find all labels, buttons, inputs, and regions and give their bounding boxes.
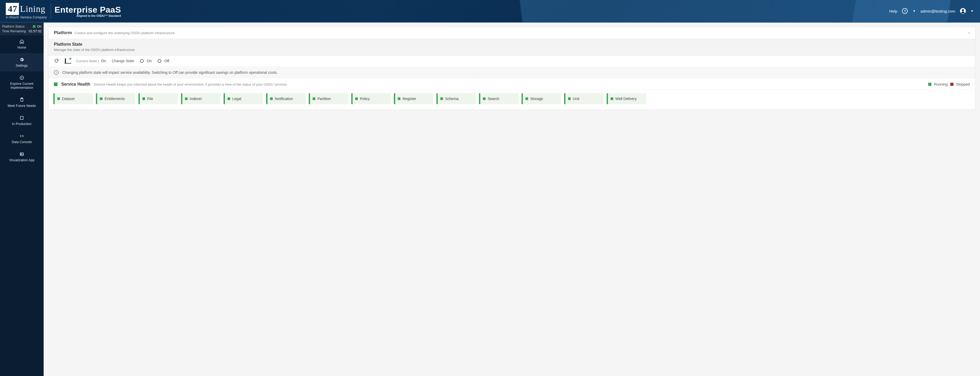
user-dropdown-icon[interactable]: ▼ xyxy=(970,9,974,13)
legend-stopped-label: Stopped xyxy=(956,82,970,86)
logo-subtitle: A Hitachi Vantara Company xyxy=(6,16,47,19)
sidebar-item-visualization[interactable]: Visualization App xyxy=(0,148,44,166)
service-card[interactable]: Notification xyxy=(266,93,305,104)
sidebar-item-label: Explore Current Implementation xyxy=(2,82,42,90)
header-right: Help ? ▼ admin@testing.com ▼ xyxy=(889,8,980,14)
current-state-label: Current State | xyxy=(76,59,99,63)
refresh-icon[interactable] xyxy=(54,58,59,63)
panel-header: Platform Control and configure the under… xyxy=(49,27,975,39)
state-radio-off[interactable]: Off xyxy=(158,59,169,63)
service-name: Indexer xyxy=(190,97,202,101)
service-health-legend: Running Stopped xyxy=(928,82,970,86)
service-name: Partition xyxy=(317,97,331,101)
svg-rect-2 xyxy=(21,98,22,99)
service-card[interactable]: Search xyxy=(479,93,519,104)
info-text-suffix: can provide significant savings on platf… xyxy=(178,70,277,75)
service-health-indicator-icon xyxy=(54,82,57,86)
app-header: 47 Lining A Hitachi Vantara Company Ente… xyxy=(0,0,980,22)
service-health-desc: Service Health keeps you informed about … xyxy=(94,82,924,86)
current-state-value: On xyxy=(101,59,106,63)
platform-status-indicator-icon xyxy=(33,25,35,28)
sidebar-item-production[interactable]: In Production xyxy=(0,112,44,130)
service-card[interactable]: Entitlements xyxy=(96,93,135,104)
service-card[interactable]: Partition xyxy=(309,93,348,104)
service-name: Dataset xyxy=(62,97,75,101)
service-name: Policy xyxy=(360,97,370,101)
product-title: Enterprise PaaS xyxy=(55,5,121,15)
service-card[interactable]: Policy xyxy=(351,93,391,104)
service-status-icon xyxy=(568,97,571,100)
service-status-icon xyxy=(398,97,400,100)
collapse-panel-icon[interactable]: ‹ xyxy=(969,30,970,35)
state-radio-on[interactable]: On xyxy=(140,59,152,63)
service-status-icon xyxy=(525,97,528,100)
platform-state-bar: Current State | On Change State On Off xyxy=(49,56,975,67)
legend-stopped-icon xyxy=(950,83,953,86)
product-subtitle: Aligned to the OSDU™ Standard xyxy=(55,14,121,17)
service-name: Schema xyxy=(445,97,458,101)
service-name: Notification xyxy=(275,97,293,101)
sidebar-item-explore[interactable]: Explore Current Implementation xyxy=(0,71,44,94)
laptop-status-icon xyxy=(65,58,70,63)
service-card[interactable]: Well Delivery xyxy=(607,93,646,104)
info-icon: i xyxy=(54,70,59,75)
service-name: Well Delivery xyxy=(615,97,636,101)
gear-icon xyxy=(19,57,24,62)
service-health-title: Service Health xyxy=(61,82,90,87)
legend-running-label: Running xyxy=(934,82,948,86)
radio-icon xyxy=(140,59,144,63)
panel-subtitle: Control and configure the underlying OSD… xyxy=(75,31,175,35)
service-card[interactable]: Legal xyxy=(224,93,263,104)
service-card[interactable]: Dataset xyxy=(53,93,93,104)
service-name: Entitlements xyxy=(105,97,125,101)
platform-state-info: i Changing platform state will impact se… xyxy=(49,67,975,78)
service-status-icon xyxy=(100,97,102,100)
service-name: Unit xyxy=(573,97,579,101)
legend-running-icon xyxy=(928,83,931,86)
radio-off-label: Off xyxy=(164,59,169,63)
user-avatar-icon[interactable] xyxy=(960,8,966,14)
help-icon[interactable]: ? xyxy=(902,8,908,14)
service-card[interactable]: Unit xyxy=(564,93,603,104)
sidebar-item-label: Visualization App xyxy=(9,158,34,162)
service-status-icon xyxy=(228,97,230,100)
service-status-icon xyxy=(270,97,273,100)
building-icon xyxy=(19,115,24,121)
sidebar-item-data-console[interactable]: Data Console xyxy=(0,130,44,148)
service-name: Search xyxy=(488,97,499,101)
sidebar-item-settings[interactable]: Settings xyxy=(0,53,44,71)
logo-47: 47 xyxy=(6,3,19,15)
service-grid: DatasetEntitlementsFileIndexerLegalNotif… xyxy=(49,90,975,109)
svg-rect-3 xyxy=(21,116,23,119)
panel-title: Platform xyxy=(54,30,72,35)
service-status-icon xyxy=(185,97,188,100)
service-card[interactable]: File xyxy=(138,93,178,104)
service-card[interactable]: Indexer xyxy=(181,93,220,104)
code-icon xyxy=(19,133,24,139)
info-text: Changing platform state will impact serv… xyxy=(62,70,278,75)
service-status-icon xyxy=(440,97,443,100)
sidebar-item-home[interactable]: Home xyxy=(0,35,44,53)
sidebar-item-future[interactable]: Meet Future Needs xyxy=(0,94,44,112)
sidebar-item-label: Home xyxy=(18,46,26,50)
service-card[interactable]: Register xyxy=(394,93,433,104)
compass-icon xyxy=(19,75,24,80)
service-status-icon xyxy=(142,97,145,100)
home-icon xyxy=(19,39,24,44)
main-content: Platform Control and configure the under… xyxy=(44,22,980,376)
service-name: Register xyxy=(402,97,416,101)
service-name: File xyxy=(147,97,153,101)
service-status-icon xyxy=(355,97,358,100)
help-link[interactable]: Help xyxy=(889,9,897,13)
platform-status-value: On xyxy=(37,25,41,29)
image-icon xyxy=(19,152,24,157)
logo-lining: Lining xyxy=(20,4,45,14)
service-card[interactable]: Storage xyxy=(522,93,561,104)
service-health-header: Service Health Service Health keeps you … xyxy=(49,78,975,90)
service-card[interactable]: Schema xyxy=(436,93,476,104)
info-text-off: Off xyxy=(173,70,178,75)
sidebar: Platform Status On Time Remaining 01:57:… xyxy=(0,22,44,376)
service-status-icon xyxy=(57,97,60,100)
change-state-label: Change State xyxy=(112,59,134,63)
help-dropdown-icon[interactable]: ▼ xyxy=(913,9,916,13)
